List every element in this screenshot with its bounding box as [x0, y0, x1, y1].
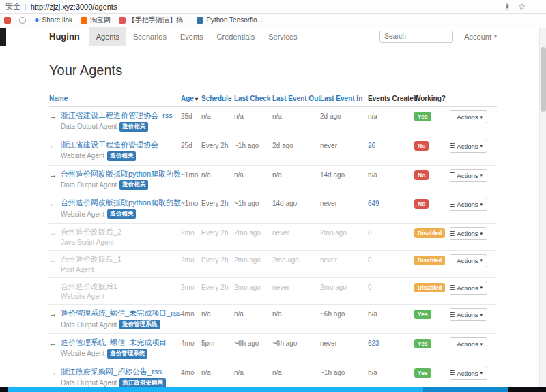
actions-button[interactable]: ☰ Actions ▾	[450, 169, 487, 182]
agent-name-link[interactable]: 浙江省建设工程造价管理协会	[61, 140, 158, 150]
navbar-right: Account ▾	[379, 31, 497, 43]
agent-name-link[interactable]: 造价管理系统_螺信_未完成项目	[61, 338, 167, 348]
actions-button[interactable]: ☰ Actions ▾	[450, 308, 487, 321]
actions-button-label: Actions	[457, 172, 478, 179]
actions-button[interactable]: ☰ Actions ▾	[450, 282, 487, 295]
col-last-check[interactable]: Last Check	[234, 95, 272, 106]
bookmark-star-icon[interactable]: ☆	[518, 2, 526, 12]
actions-button[interactable]: ☰ Actions ▾	[450, 140, 487, 153]
globe-icon[interactable]	[19, 17, 26, 24]
cell-working: Disabled	[414, 227, 450, 238]
cell-last-event-out: ~6h ago	[272, 337, 320, 347]
col-age[interactable]: Age▾	[181, 95, 201, 106]
scenario-badge[interactable]: 造价相关	[119, 180, 148, 190]
bookmark-taobao[interactable]: 淘宝网	[81, 16, 111, 25]
agent-name-link[interactable]: 台州造价改版后_2	[61, 228, 121, 237]
cell-schedule: Every 2h	[201, 198, 234, 207]
cell-actions: ☰ Actions ▾	[450, 140, 497, 153]
agent-name-link[interactable]: 浙江政府采购网_招标公告_rss	[61, 367, 166, 377]
cell-actions: ☰ Actions ▾	[450, 367, 497, 380]
col-actions-spacer	[450, 95, 497, 106]
search-input[interactable]	[379, 31, 453, 43]
cell-last-check: n/a	[234, 110, 272, 120]
actions-button-label: Actions	[457, 113, 478, 121]
working-status-badge: Yes	[414, 310, 431, 319]
table-row: → 浙江省建设工程造价管理协会_rss Data Output Agent 造价…	[49, 107, 497, 136]
cell-last-event-in: ~6h ago	[320, 308, 368, 318]
bookmark-label: 【手把手清洁】搞...	[128, 16, 188, 25]
cell-last-event-in: never	[320, 198, 368, 207]
col-last-event-in[interactable]: Last Event In	[320, 95, 368, 106]
password-key-icon[interactable]: ⚷	[504, 2, 510, 12]
scenario-badge[interactable]: 造价相关	[119, 122, 148, 132]
cell-last-event-out: never	[272, 282, 320, 291]
cell-events-created[interactable]: 649	[368, 198, 414, 207]
cell-events-created[interactable]: 0	[368, 282, 414, 291]
agents-page: Your Agents Name Age▾ Schedule Last Chec…	[49, 46, 497, 392]
bookmark-share-link[interactable]: ✚ Share link	[34, 16, 72, 24]
browser-app-icon[interactable]	[4, 17, 11, 24]
page-title: Your Agents	[49, 63, 497, 78]
scrollbar[interactable]	[539, 28, 546, 387]
menu-icon: ☰	[450, 142, 455, 149]
scrollbar-thumb[interactable]	[541, 47, 546, 112]
app-navbar: Huginn Agents Scenarios Events Credentia…	[0, 27, 546, 46]
nav-events[interactable]: Events	[173, 27, 210, 46]
nav-services[interactable]: Services	[261, 27, 304, 46]
actions-button[interactable]: ☰ Actions ▾	[450, 227, 487, 240]
cell-last-event-out: n/a	[272, 110, 320, 120]
agent-name-link[interactable]: 台州造价网改版抓取python爬取的数据_rss	[61, 170, 181, 179]
security-label[interactable]: 安全	[5, 1, 20, 12]
menu-icon: ☰	[450, 370, 455, 376]
table-header: Name Age▾ Schedule Last Check Last Event…	[49, 95, 497, 107]
actions-button[interactable]: ☰ Actions ▾	[450, 198, 487, 211]
brand-huginn[interactable]: Huginn	[49, 31, 80, 42]
col-last-event-out[interactable]: Last Event Out	[272, 95, 320, 106]
document-icon	[119, 17, 126, 24]
cell-schedule: 5pm	[201, 337, 234, 347]
bookmark-python-tensorflow[interactable]: Python Tensorflo...	[197, 16, 263, 24]
scenario-badge[interactable]: 造价相关	[107, 151, 136, 161]
nav-credentials[interactable]: Credentials	[210, 27, 262, 46]
agent-name-link[interactable]: 浙江省建设工程造价管理协会_rss	[61, 111, 173, 121]
actions-button[interactable]: ☰ Actions ▾	[450, 367, 487, 380]
scenario-badge[interactable]: 造价管理系统	[119, 320, 160, 329]
agent-type-label: Data Output Agent	[61, 379, 117, 387]
nav-scenarios[interactable]: Scenarios	[126, 27, 173, 46]
cell-last-event-in: ~1h ago	[320, 367, 368, 376]
cell-last-event-out: n/a	[272, 169, 320, 179]
account-menu[interactable]: Account ▾	[464, 33, 497, 41]
actions-button[interactable]: ☰ Actions ▾	[450, 110, 487, 123]
scenario-badge[interactable]: 造价管理系统	[107, 349, 147, 359]
actions-button[interactable]: ☰ Actions ▾	[450, 337, 487, 350]
agent-name-link[interactable]: 台州造价改版后_1	[61, 255, 121, 265]
actions-button-label: Actions	[457, 370, 478, 377]
actions-button-label: Actions	[457, 230, 478, 237]
scenario-badge[interactable]: 造价相关	[107, 209, 136, 219]
agent-name-link[interactable]: 台州造价改版后1	[61, 282, 117, 292]
caret-down-icon: ▾	[480, 172, 483, 178]
cell-actions: ☰ Actions ▾	[450, 282, 497, 295]
cell-working: No	[414, 169, 450, 180]
agent-type-label: Data Output Agent	[61, 321, 117, 329]
menu-icon: ☰	[450, 172, 455, 179]
scenario-badge[interactable]: 浙江政府采购网	[119, 378, 166, 388]
table-row: ← 浙江省建设工程造价管理协会 Website Agent 造价相关 25d E…	[49, 136, 497, 166]
cell-last-event-in: 2mo ago	[320, 227, 368, 237]
menu-icon: ☰	[450, 230, 455, 237]
col-working: Working?	[414, 95, 450, 106]
agent-name-link[interactable]: 台州造价网改版抓取python爬取的数据	[61, 198, 181, 208]
cell-last-event-in: never	[320, 337, 368, 347]
cell-events-created[interactable]: 623	[368, 337, 414, 347]
cell-events-created[interactable]: 0	[368, 254, 414, 264]
col-schedule[interactable]: Schedule	[201, 95, 234, 106]
url-text[interactable]: http://zjzj.xyz:3000/agents	[31, 3, 117, 11]
cell-events-created[interactable]: 26	[368, 140, 414, 149]
actions-button[interactable]: ☰ Actions ▾	[450, 254, 487, 267]
cell-last-check: ~1h ago	[234, 140, 272, 149]
col-name[interactable]: Name	[49, 95, 181, 106]
bookmark-listing[interactable]: 【手把手清洁】搞...	[119, 16, 188, 25]
agent-name-link[interactable]: 造价管理系统_螺信_未完成项目_rss	[61, 309, 181, 318]
cell-events-created[interactable]: 0	[368, 227, 414, 237]
nav-agents[interactable]: Agents	[89, 27, 126, 46]
